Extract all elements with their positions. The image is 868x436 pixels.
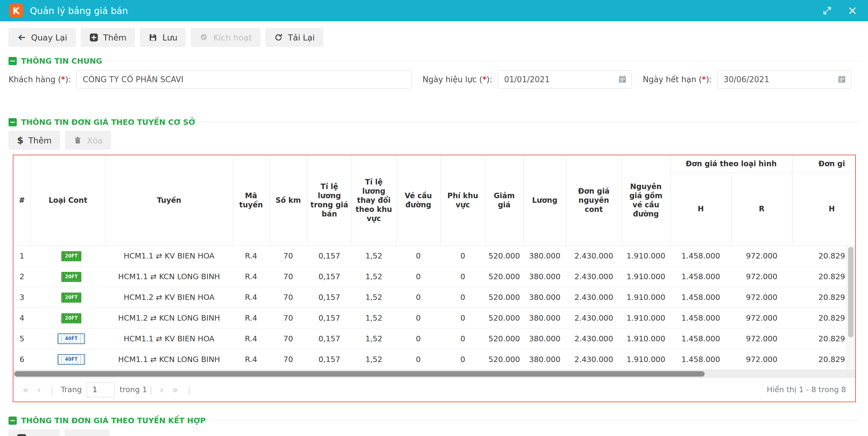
effective-date-label: Ngày hiệu lực (*): (423, 75, 492, 84)
table-row[interactable]: 4 20FT HCM1.2 ⇄ KCN LONG BINH R.4 70 0,1… (13, 307, 855, 328)
cell-route-code: R.4 (233, 287, 269, 307)
table-row[interactable]: 6 40FT HCM1.1 ⇄ KCN LONG BINH R.4 70 0,1… (13, 349, 855, 370)
cell-discount: 520.000 (485, 349, 523, 370)
page-number-input[interactable] (87, 382, 115, 397)
calendar-icon[interactable] (618, 75, 627, 84)
base-grid-actions: $ Thêm Xóa (8, 131, 860, 150)
horizontal-scrollbar[interactable] (13, 370, 855, 377)
collapse-icon[interactable] (8, 118, 17, 126)
horizontal-scrollbar-thumb[interactable] (14, 371, 705, 377)
close-icon (848, 6, 857, 15)
vertical-scrollbar-thumb[interactable] (848, 247, 854, 337)
save-button[interactable]: Lưu (140, 28, 186, 47)
collapse-icon[interactable] (8, 57, 17, 65)
cell-h1: 1.458.000 (670, 245, 731, 266)
cell-full-cont-price: 2.430.000 (566, 328, 622, 349)
grid-add-label: Thêm (28, 136, 52, 145)
col-header-index[interactable]: # (13, 155, 30, 245)
reload-button[interactable]: Tải Lại (266, 28, 323, 47)
back-button[interactable]: Quay Lại (8, 28, 76, 47)
cell-index: 4 (13, 307, 30, 328)
add-button[interactable]: Thêm (81, 28, 135, 47)
table-row[interactable]: 5 40FT HCM1.1 ⇄ KV BIEN HOA R.4 70 0,157… (13, 328, 855, 349)
cell-cont-type: 20FT (30, 307, 105, 328)
calendar-icon[interactable] (837, 75, 846, 84)
cell-h2: 20.829 (792, 245, 855, 266)
col-group-price-by-type: Đơn giá theo loại hình (670, 155, 792, 172)
cell-r1: 972.000 (731, 287, 792, 307)
table-row[interactable]: 1 20FT HCM1.1 ⇄ KV BIEN HOA R.4 70 0,157… (13, 245, 855, 266)
table-row[interactable]: 3 20FT HCM1.2 ⇄ KV BIEN HOA R.4 70 0,157… (13, 287, 855, 307)
customer-input[interactable] (76, 70, 412, 89)
cell-km: 70 (269, 349, 307, 370)
col-header-price-incl-toll[interactable]: Nguyên giá gồm vé cầu đường (622, 155, 670, 245)
col-header-salary-ratio[interactable]: Tỉ lệ lương trong giá bán (307, 155, 351, 245)
combined-delete-button[interactable] (65, 429, 110, 436)
vertical-scrollbar[interactable] (846, 246, 855, 370)
cell-salary-ratio-region: 1,52 (351, 245, 396, 266)
expiry-date-input[interactable] (717, 70, 851, 89)
cell-price-incl-toll: 1.910.000 (622, 287, 670, 307)
grid-delete-label: Xóa (87, 136, 103, 145)
close-button[interactable] (846, 6, 859, 15)
first-page-button[interactable]: « (23, 385, 29, 395)
cell-route-code: R.4 (233, 266, 269, 287)
cell-h2: 20.829 (792, 266, 855, 287)
col-header-km[interactable]: Số km (269, 155, 307, 245)
save-icon (148, 33, 157, 42)
grid-delete-button[interactable]: Xóa (65, 131, 111, 150)
col-header-cont-type[interactable]: Loại Cont (30, 155, 105, 245)
collapse-icon[interactable] (8, 416, 17, 425)
cell-route-code: R.4 (233, 245, 269, 266)
container-icon: 40FT (58, 354, 85, 365)
col-header-route-code[interactable]: Mã tuyến (233, 155, 269, 245)
toolbar: Quay Lại Thêm Lưu Kích hoạt Tải Lại (0, 21, 868, 53)
col-header-region-fee[interactable]: Phí khu vực (440, 155, 485, 245)
col-header-h1[interactable]: H (670, 172, 731, 245)
base-route-section-header: THÔNG TIN ĐƠN GIÁ THEO TUYẾN CƠ SỞ (8, 118, 860, 127)
last-page-button[interactable]: » (172, 385, 178, 395)
expand-button[interactable] (820, 5, 834, 16)
activate-button[interactable]: Kích hoạt (191, 28, 260, 47)
required-marker: (*): (699, 75, 712, 84)
cell-route: HCM1.1 ⇄ KCN LONG BINH (105, 349, 233, 370)
col-header-h2[interactable]: H (792, 172, 855, 245)
activate-button-label: Kích hoạt (213, 33, 252, 42)
col-header-discount[interactable]: Giảm giá (485, 155, 523, 245)
col-header-salary-ratio-region[interactable]: Tỉ lệ lương thay đổi theo khu vực (351, 155, 396, 245)
dollar-icon: $ (17, 136, 24, 145)
grid-add-button[interactable]: $ Thêm (8, 131, 60, 150)
effective-date-input[interactable] (498, 70, 632, 89)
cell-route: HCM1.2 ⇄ KV BIEN HOA (105, 287, 233, 307)
next-page-button[interactable]: › (160, 385, 164, 395)
col-header-toll[interactable]: Vé cầu đường (396, 155, 440, 245)
expiry-date-wrap (717, 70, 851, 89)
combined-add-button[interactable] (8, 429, 60, 436)
col-header-route[interactable]: Tuyến (105, 155, 233, 245)
col-header-full-cont-price[interactable]: Đơn giá nguyên cont (566, 155, 622, 245)
cell-region-fee: 0 (440, 287, 485, 307)
cell-h1: 1.458.000 (670, 287, 731, 307)
cell-salary-ratio: 0,157 (307, 328, 351, 349)
cell-discount: 520.000 (485, 266, 523, 287)
required-marker: (*): (58, 75, 71, 84)
pager-separator: | (188, 385, 190, 394)
col-header-r1[interactable]: R (731, 172, 792, 245)
badge-check-icon (199, 33, 208, 42)
required-marker: (*): (479, 75, 492, 84)
table-row[interactable]: 2 20FT HCM1.1 ⇄ KCN LONG BINH R.4 70 0,1… (13, 266, 855, 287)
cell-km: 70 (269, 245, 307, 266)
cell-full-cont-price: 2.430.000 (566, 307, 622, 328)
app-logo: K (9, 4, 23, 18)
cell-r1: 972.000 (731, 328, 792, 349)
trash-icon (73, 136, 82, 145)
col-header-salary[interactable]: Lương (523, 155, 566, 245)
cell-region-fee: 0 (440, 307, 485, 328)
cell-toll: 0 (396, 287, 440, 307)
cell-region-fee: 0 (440, 328, 485, 349)
prev-page-button[interactable]: ‹ (37, 385, 41, 395)
customer-label: Khách hàng (*): (8, 75, 71, 84)
cell-toll: 0 (396, 328, 440, 349)
general-form: Khách hàng (*): Ngày hiệu lực (*): Ngày … (0, 65, 868, 95)
cell-km: 70 (269, 266, 307, 287)
